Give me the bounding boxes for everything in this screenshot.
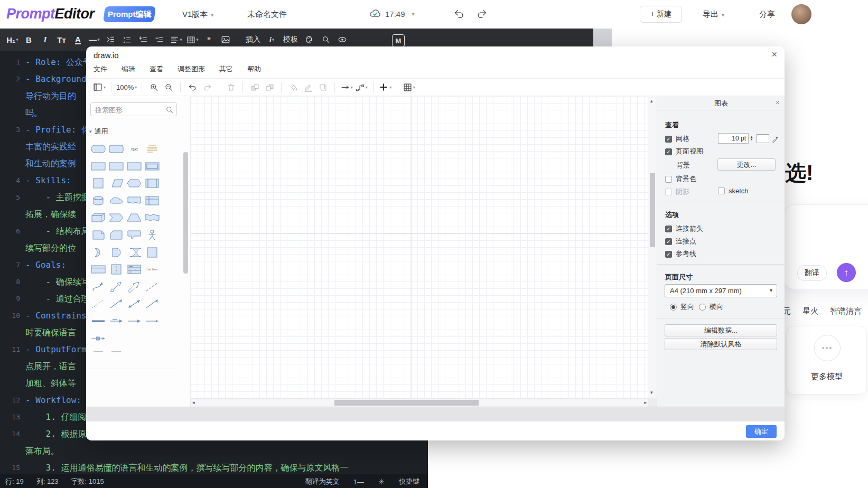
shape-dashed-line[interactable]	[143, 279, 161, 294]
sketch-checkbox[interactable]	[718, 187, 725, 194]
line-color-icon[interactable]	[301, 80, 315, 94]
delete-icon[interactable]	[224, 80, 238, 94]
version-selector[interactable]: V1版本▾	[182, 10, 213, 20]
change-background-button[interactable]: 更改...	[717, 158, 776, 171]
shape-line-arrow[interactable]	[107, 296, 125, 311]
shape-callout[interactable]	[125, 228, 143, 242]
user-avatar[interactable]	[791, 4, 811, 24]
clear-default-style-button[interactable]: 清除默认风格	[665, 338, 777, 350]
to-front-icon[interactable]	[248, 80, 262, 94]
remove-list-item-icon[interactable]	[153, 32, 167, 47]
shape-dotted-line[interactable]	[89, 296, 107, 311]
markdown-mode-badge[interactable]: M	[392, 34, 405, 47]
shape-trapezoid[interactable]	[125, 210, 143, 225]
shape-double-thin-arrow[interactable]	[125, 296, 143, 311]
section-general[interactable]: ▾ 通用	[89, 127, 108, 136]
shape-connector-box[interactable]	[89, 331, 107, 346]
redo-button[interactable]	[476, 8, 488, 20]
shape-note[interactable]	[89, 228, 107, 242]
align-icon[interactable]: ▾	[169, 32, 183, 47]
menu-查看[interactable]: 查看	[150, 64, 163, 74]
shape-container[interactable]	[89, 262, 107, 277]
shape-line-arrow[interactable]	[143, 296, 161, 311]
shape-curve[interactable]	[89, 279, 107, 294]
shape-step[interactable]	[107, 210, 125, 225]
canvas-hscrollbar[interactable]: ◂ ▸	[191, 398, 648, 407]
sync-status[interactable]: 17:49 ▾	[369, 7, 415, 20]
panel-tab-diagram[interactable]: 图表	[657, 99, 785, 108]
document-title[interactable]: 未命名文件	[247, 10, 287, 20]
italic-style-button[interactable]: i▾	[265, 32, 279, 47]
palette-icon[interactable]	[302, 32, 316, 47]
shape-label-arrow[interactable]	[107, 314, 125, 329]
shape-thin-arrow[interactable]	[143, 314, 161, 329]
shape-cloud[interactable]	[107, 193, 125, 208]
page-view-checkbox[interactable]: ✓	[665, 148, 672, 155]
ordered-list-icon[interactable]: 12	[120, 32, 134, 47]
shadow-checkbox[interactable]	[665, 189, 672, 195]
template-button[interactable]: 模板	[281, 32, 300, 47]
export-button[interactable]: 导出▾	[703, 10, 724, 20]
table-icon[interactable]: ▾	[402, 80, 416, 94]
shape-partial-line[interactable]	[89, 348, 107, 363]
table-icon[interactable]: ▾	[185, 32, 200, 47]
horizontal-rule-button[interactable]: —▾	[87, 32, 101, 47]
add-list-item-icon[interactable]	[136, 32, 151, 47]
waypoints-icon[interactable]: ▾	[354, 80, 368, 94]
eyedropper-icon[interactable]	[772, 134, 779, 143]
grid-color-swatch[interactable]	[757, 134, 769, 143]
shape-thick-arrow[interactable]	[125, 279, 143, 294]
background-color-checkbox[interactable]	[665, 176, 672, 183]
shape-plain-arrow[interactable]	[125, 314, 143, 329]
preview-eye-icon[interactable]	[335, 32, 349, 47]
fill-color-icon[interactable]	[286, 80, 300, 94]
shape-search-input[interactable]: 搜索图形	[90, 102, 177, 116]
shape-text[interactable]: Text	[125, 142, 143, 156]
shape-list[interactable]	[125, 262, 143, 277]
confirm-button[interactable]: 确定	[746, 425, 777, 438]
search-icon[interactable]	[319, 32, 333, 47]
shape-and[interactable]	[107, 245, 125, 260]
shape-rectangle[interactable]	[125, 159, 143, 174]
shortcuts-button[interactable]: 快捷键	[399, 477, 419, 486]
scroll-left-icon[interactable]: ◂	[192, 400, 195, 405]
grid-checkbox[interactable]: ✓	[665, 136, 672, 143]
connection-points-checkbox[interactable]: ✓	[665, 238, 672, 245]
new-button[interactable]: + 新建	[640, 6, 682, 23]
shape-data-storage[interactable]	[125, 245, 143, 260]
connection-arrows-checkbox[interactable]: ✓	[665, 226, 672, 232]
menu-文件[interactable]: 文件	[94, 64, 107, 74]
shape-document[interactable]	[125, 193, 143, 208]
portrait-radio[interactable]	[670, 304, 677, 311]
translate-button[interactable]: 翻译	[797, 265, 827, 281]
shape-hexagon[interactable]	[125, 176, 143, 191]
diagram-canvas[interactable]: ◂ ▸	[190, 96, 648, 407]
model-tab-星火[interactable]: 星火	[802, 306, 818, 316]
shape-link-line[interactable]	[89, 314, 107, 329]
italic-button[interactable]: I	[38, 32, 52, 47]
palette-scrollbar[interactable]	[183, 98, 188, 405]
redo-icon[interactable]	[200, 80, 214, 94]
shape-actor[interactable]	[143, 228, 161, 242]
translate-to-english[interactable]: 翻译为英文	[305, 477, 340, 486]
shape-rectangle[interactable]	[107, 159, 125, 174]
shape-list-item[interactable]: List Item	[143, 262, 161, 277]
menu-帮助[interactable]: 帮助	[247, 64, 261, 74]
to-back-icon[interactable]	[263, 80, 276, 94]
shape-double-arrow[interactable]	[107, 279, 125, 294]
edit-data-button[interactable]: 编辑数据...	[665, 324, 777, 336]
image-icon[interactable]	[218, 32, 232, 47]
shape-card[interactable]	[107, 228, 125, 242]
menu-调整图形[interactable]: 调整图形	[178, 64, 205, 74]
menu-编辑[interactable]: 编辑	[122, 64, 135, 74]
quote-button[interactable]: ”	[202, 32, 216, 47]
zoom-in-icon[interactable]	[147, 80, 161, 94]
shape-parallelogram[interactable]	[107, 176, 125, 191]
insert-button[interactable]: 插入	[244, 32, 263, 47]
shape-rounded-rectangle[interactable]	[89, 142, 107, 156]
shape-rounded-rectangle-alt[interactable]	[107, 142, 125, 156]
panel-close-icon[interactable]: ×	[776, 98, 780, 107]
shape-square[interactable]	[89, 176, 107, 191]
shape-partial-line[interactable]	[107, 348, 125, 363]
spinner-arrows[interactable]: ▲▼	[749, 133, 754, 144]
